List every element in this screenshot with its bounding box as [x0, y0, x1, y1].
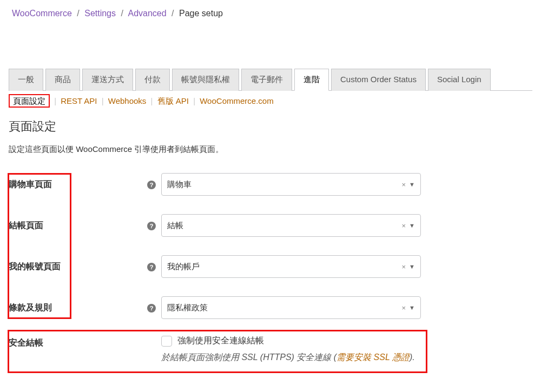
tab-accounts-privacy[interactable]: 帳號與隱私權 [172, 69, 239, 91]
main-content: 一般 商品 運送方式 付款 帳號與隱私權 電子郵件 進階 Custom Orde… [0, 68, 541, 374]
breadcrumb-current: Page setup [179, 9, 223, 18]
subnav: 頁面設定 | REST API | Webhooks | 舊版 API | Wo… [9, 91, 532, 107]
tab-shipping[interactable]: 運送方式 [82, 69, 133, 91]
breadcrumb-separator: / [171, 9, 174, 18]
tab-custom-order-status[interactable]: Custom Order Status [331, 69, 426, 91]
chevron-down-icon[interactable]: ▼ [409, 304, 415, 311]
help-icon[interactable]: ? [147, 222, 156, 230]
label-my-account-page: 我的帳號頁面 [9, 261, 147, 273]
breadcrumb-separator: / [77, 9, 79, 18]
ssl-desc-suffix: ). [410, 353, 415, 362]
section-title: 頁面設定 [9, 118, 532, 135]
tab-advanced[interactable]: 進階 [294, 69, 329, 91]
select-cart-page[interactable]: 購物車 × ▼ [161, 173, 421, 196]
tab-social-login[interactable]: Social Login [428, 69, 491, 91]
tab-products[interactable]: 商品 [45, 69, 80, 91]
subnav-separator: | [102, 96, 104, 105]
subnav-page-setup[interactable]: 頁面設定 [9, 94, 50, 108]
nav-tabs: 一般 商品 運送方式 付款 帳號與隱私權 電子郵件 進階 Custom Orde… [9, 68, 532, 91]
breadcrumb-link[interactable]: WooCommerce [12, 9, 72, 18]
select-value: 我的帳戶 [167, 262, 200, 272]
section-description: 設定這些頁面以便 WooCommerce 引導使用者到結帳頁面。 [9, 144, 532, 155]
row-checkout-page: 結帳頁面 ? 結帳 × ▼ [9, 212, 532, 239]
select-checkout-page[interactable]: 結帳 × ▼ [161, 214, 421, 237]
help-icon[interactable]: ? [147, 304, 156, 313]
chevron-down-icon[interactable]: ▼ [409, 263, 415, 270]
select-value: 隱私權政策 [167, 303, 208, 313]
clear-icon[interactable]: × [402, 181, 406, 189]
chevron-down-icon[interactable]: ▼ [409, 222, 415, 229]
label-terms-page: 條款及規則 [9, 302, 147, 314]
clear-icon[interactable]: × [402, 304, 406, 312]
select-my-account-page[interactable]: 我的帳戶 × ▼ [161, 255, 421, 278]
breadcrumb: WooCommerce / Settings / Advanced / Page… [0, 0, 541, 25]
subnav-separator: | [151, 96, 153, 105]
breadcrumb-separator: / [121, 9, 123, 18]
breadcrumb-link[interactable]: Settings [84, 9, 116, 18]
subnav-legacy-api[interactable]: 舊版 API [157, 96, 189, 105]
tab-general[interactable]: 一般 [9, 69, 43, 91]
chevron-down-icon[interactable]: ▼ [409, 181, 415, 188]
select-terms-page[interactable]: 隱私權政策 × ▼ [161, 296, 421, 319]
breadcrumb-link[interactable]: Advanced [128, 9, 166, 18]
row-terms-page: 條款及規則 ? 隱私權政策 × ▼ [9, 294, 532, 321]
row-my-account-page: 我的帳號頁面 ? 我的帳戶 × ▼ [9, 253, 532, 280]
label-checkout-page: 結帳頁面 [9, 220, 147, 231]
help-icon[interactable]: ? [147, 181, 156, 189]
select-value: 結帳 [167, 221, 183, 231]
label-secure-checkout: 安全結帳 [9, 335, 161, 349]
clear-icon[interactable]: × [402, 222, 406, 230]
ssl-description: 於結帳頁面強制使用 SSL (HTTPS) 安全連線 (需要安裝 SSL 憑證)… [161, 352, 532, 363]
subnav-webhooks[interactable]: Webhooks [108, 96, 147, 105]
select-value: 購物車 [167, 180, 192, 190]
ssl-install-link[interactable]: 需要安裝 SSL 憑證 [337, 353, 410, 362]
subnav-rest-api[interactable]: REST API [61, 96, 97, 105]
tab-payments[interactable]: 付款 [135, 69, 170, 91]
tab-emails[interactable]: 電子郵件 [241, 69, 292, 91]
label-cart-page: 購物車頁面 [9, 179, 147, 190]
row-secure-checkout: 安全結帳 強制使用安全連線結帳 於結帳頁面強制使用 SSL (HTTPS) 安全… [9, 335, 532, 363]
checkbox-force-ssl[interactable] [161, 336, 172, 347]
ssl-desc-prefix: 於結帳頁面強制使用 SSL (HTTPS) 安全連線 ( [161, 353, 337, 362]
clear-icon[interactable]: × [402, 263, 406, 271]
checkbox-label-force-ssl: 強制使用安全連線結帳 [177, 335, 264, 347]
row-cart-page: 購物車頁面 ? 購物車 × ▼ [9, 171, 532, 198]
subnav-separator: | [54, 96, 56, 105]
help-icon[interactable]: ? [147, 263, 156, 271]
subnav-woocommerce-com[interactable]: WooCommerce.com [200, 96, 273, 105]
subnav-separator: | [193, 96, 195, 105]
